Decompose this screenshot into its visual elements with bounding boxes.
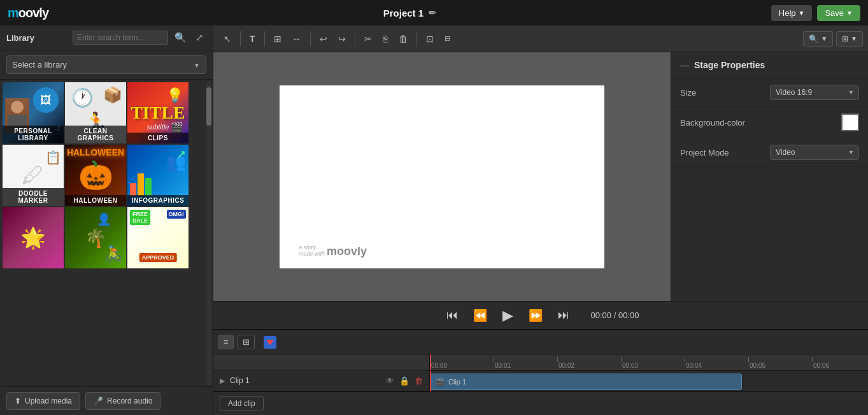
timeline: ≡ ⊞ ▶ Clip 1 👁 🔒 🗑 — [213, 329, 868, 415]
timeline-body: ▶ Clip 1 👁 🔒 🗑 00: — [213, 354, 868, 391]
playback-bar: ⏮ ⏪ ▶ ⏩ ⏭ 00:00 / 00:00 — [213, 301, 868, 329]
toolbar-sep-4 — [355, 31, 355, 47]
scrollbar-track — [206, 81, 211, 385]
distribute-button[interactable]: ↔ — [287, 30, 306, 48]
properties-header: — Stage Properties — [671, 52, 868, 78]
clip-label: Clip 1 — [448, 378, 466, 386]
size-select[interactable]: Video 16:9 Video 4:3 Square Custom — [770, 85, 859, 100]
track-visibility-icon[interactable]: 👁 — [386, 376, 394, 386]
add-clip-button[interactable]: Add clip — [220, 396, 264, 411]
toolbar-right-group: 🔍 ▼ ⊞ ▼ — [803, 31, 863, 47]
skip-to-start-button[interactable]: ⏮ — [443, 306, 462, 324]
topbar-right: Help ▼ Save ▼ — [771, 5, 860, 21]
ruler-tick-1: 00:01 — [494, 357, 557, 369]
library-item-personal[interactable]: 🖼 ♪ PERSONAL LIBRARY — [3, 82, 64, 143]
expand-button[interactable]: ⤢ — [193, 31, 206, 45]
clip-track-name: Clip 1 — [230, 376, 381, 385]
help-button[interactable]: Help ▼ — [771, 5, 813, 21]
stage-canvas: a story made with moovly — [280, 85, 604, 268]
project-mode-row: Project Mode Video Presentation GIF — [671, 138, 868, 167]
track-lock-icon[interactable]: 🔒 — [399, 376, 409, 386]
search-button[interactable]: 🔍 — [172, 31, 189, 45]
lib-clips-label: CLIPS — [127, 133, 189, 143]
library-item-clips[interactable]: TITLE subtitle 💡 🎬 CLIPS — [127, 82, 189, 143]
stage-container: a story made with moovly — [213, 52, 671, 301]
record-audio-button[interactable]: 🎤 Record audio — [85, 392, 160, 410]
library-select-row: Select a library Personal Library Clean … — [0, 50, 213, 80]
ruler-ticks-container: 00:00 00:01 00:02 00:03 00:04 00:05 00:0… — [430, 354, 868, 370]
bg-color-row: Background-color — [671, 107, 868, 138]
skip-to-end-button[interactable]: ⏭ — [554, 306, 573, 324]
library-grid: 🖼 ♪ PERSONAL LIBRARY 🕐 📦 🏃 CLEAN GRAPHIC… — [0, 80, 213, 386]
play-button[interactable]: ▶ — [499, 305, 517, 326]
select-tool-button[interactable]: ↖ — [218, 30, 236, 48]
view-dropdown-button[interactable]: ⊞ ▼ — [836, 31, 863, 47]
ruler-tick-0: 00:00 — [430, 357, 494, 369]
library-dropdown-wrapper: Select a library Personal Library Clean … — [6, 55, 206, 74]
library-item-row3a[interactable]: 🌟 — [3, 207, 64, 268]
timeline-header: ≡ ⊞ — [213, 330, 868, 354]
left-panel: Library 🔍 ⤢ Select a library Personal Li… — [0, 25, 213, 415]
edit-title-icon[interactable]: ✏ — [429, 8, 436, 18]
stage-and-properties: a story made with moovly — Stage Propert… — [213, 52, 868, 301]
align-button[interactable]: ⊞ — [269, 30, 287, 48]
size-control: Video 16:9 Video 4:3 Square Custom — [770, 85, 859, 100]
toolbar-sep-3 — [310, 31, 311, 47]
timeline-clips-area: 🎬 Clip 1 — [430, 371, 868, 391]
lib-doodle-label: DOODLE MARKER — [3, 188, 64, 206]
clip-track-row: ▶ Clip 1 👁 🔒 🗑 — [213, 370, 429, 391]
timeline-grid-view-button[interactable]: ⊞ — [238, 335, 255, 349]
rewind-button[interactable]: ⏪ — [469, 306, 491, 325]
timeline-tracks-left: ▶ Clip 1 👁 🔒 🗑 — [213, 354, 430, 391]
library-item-infographics[interactable]: 👥 ↗ INFOGRAPHICS — [127, 145, 189, 206]
track-expand-icon[interactable]: ▶ — [220, 377, 225, 385]
library-select[interactable]: Select a library Personal Library Clean … — [6, 55, 206, 74]
ruler-tick-2: 00:02 — [557, 357, 621, 369]
timeline-cursor-line — [430, 371, 431, 391]
library-item-halloween[interactable]: 🎃 HALLOWEEN HALLOWEEN — [65, 145, 126, 206]
timeline-list-view-button[interactable]: ≡ — [218, 335, 234, 349]
lib-personal-label: PERSONAL LIBRARY — [3, 126, 64, 143]
lib-clean-label: CLEAN GRAPHICS — [65, 126, 126, 143]
search-dropdown-button[interactable]: 🔍 ▼ — [803, 31, 833, 47]
track-delete-icon[interactable]: 🗑 — [415, 376, 423, 386]
toolbar-edit-group: ✂ ⎘ 🗑 — [359, 30, 413, 48]
timeline-cursor-marker — [264, 336, 276, 349]
bg-color-control — [841, 113, 859, 131]
toolbar-sep-5 — [416, 31, 417, 47]
search-icon: 🔍 — [809, 34, 818, 43]
save-button[interactable]: Save ▼ — [817, 5, 860, 21]
size-label: Size — [680, 88, 696, 98]
microphone-icon: 🎤 — [94, 397, 103, 405]
delete-button[interactable]: 🗑 — [394, 30, 413, 48]
copy-button[interactable]: ⎘ — [378, 30, 393, 48]
search-input[interactable] — [73, 31, 168, 45]
ungroup-button[interactable]: ⊟ — [439, 31, 455, 47]
upload-media-button[interactable]: ⬆ Upload media — [6, 392, 80, 410]
library-title: Library — [6, 33, 34, 43]
topbar: mmoovlyoovly Project 1 ✏ Help ▼ Save ▼ — [0, 0, 868, 25]
library-item-row3c[interactable]: FREESALE OMG! APPROVED — [127, 207, 189, 268]
color-swatch[interactable] — [841, 113, 859, 131]
minimize-icon[interactable]: — — [680, 60, 689, 70]
moovly-brand-text: moovly — [327, 245, 367, 258]
upload-icon: ⬆ — [15, 397, 21, 405]
cut-button[interactable]: ✂ — [359, 30, 377, 48]
undo-button[interactable]: ↩ — [315, 30, 332, 48]
clip-block-1[interactable]: 🎬 Clip 1 — [430, 374, 742, 390]
bg-color-label: Background-color — [680, 118, 745, 127]
media-row: ⬆ Upload media 🎤 Record audio — [0, 386, 213, 415]
library-item-doodle[interactable]: 🖊 📋 DOODLE MARKER — [3, 145, 64, 206]
scrollbar-thumb[interactable] — [206, 87, 211, 126]
save-dropdown-arrow: ▼ — [846, 10, 853, 17]
ruler-row: 00:00 00:01 00:02 00:03 00:04 00:05 00:0… — [430, 354, 868, 371]
fast-forward-button[interactable]: ⏩ — [525, 306, 546, 325]
text-tool-button[interactable]: T — [245, 30, 260, 48]
library-item-row3b[interactable]: 🌴 🚴 👤 — [65, 207, 126, 268]
library-item-clean[interactable]: 🕐 📦 🏃 CLEAN GRAPHICS — [65, 82, 126, 143]
size-row: Size Video 16:9 Video 4:3 Square Custom — [671, 78, 868, 107]
redo-button[interactable]: ↪ — [333, 30, 351, 48]
toolbar-select-group: ↖ — [218, 30, 236, 48]
group-button[interactable]: ⊡ — [421, 30, 439, 48]
project-mode-select[interactable]: Video Presentation GIF — [770, 145, 859, 160]
